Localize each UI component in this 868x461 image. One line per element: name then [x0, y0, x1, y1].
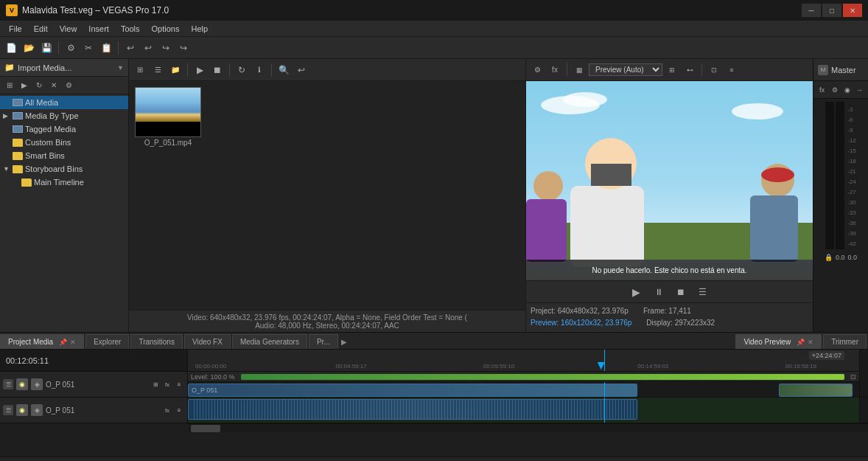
video-clip-end[interactable] [779, 384, 853, 397]
media-zoom-btn[interactable]: 🔍 [276, 62, 292, 78]
preview-more-btn[interactable]: ≡ [724, 62, 740, 78]
scale-33: -33 [847, 208, 856, 218]
menu-tools[interactable]: Tools [115, 23, 146, 35]
media-tb-btn5[interactable]: ⚙ [62, 79, 75, 92]
tree-item-main-timeline[interactable]: Main Timeline [0, 176, 128, 189]
prev-menu-btn[interactable]: ☰ [695, 284, 711, 300]
tab-trimmer[interactable]: Trimmer [823, 334, 867, 349]
preview-ext-btn[interactable]: ⊡ [706, 62, 722, 78]
preview-snap-btn[interactable]: ⊷ [682, 62, 698, 78]
redo-button[interactable]: ↪ [158, 40, 174, 56]
preview-settings-btn[interactable]: ⚙ [529, 62, 545, 78]
media-view-btn1[interactable]: ⊞ [132, 62, 148, 78]
char-left-head [533, 171, 563, 201]
master-send-btn[interactable]: → [854, 84, 865, 96]
scale-27: -27 [847, 187, 856, 198]
media-refresh-btn[interactable]: ↻ [234, 62, 250, 78]
master-fx-btn[interactable]: fx [816, 84, 827, 96]
tab-video-preview[interactable]: Video Preview 📌 ✕ [735, 334, 822, 349]
preview-grid-btn[interactable]: ⊞ [664, 62, 680, 78]
menu-insert[interactable]: Insert [83, 23, 115, 35]
media-tb-btn1[interactable]: ⊞ [3, 79, 16, 92]
cut-button[interactable]: ✂ [80, 40, 97, 56]
maximize-button[interactable]: □ [822, 4, 841, 17]
new-button[interactable]: 📄 [3, 40, 19, 56]
prev-play-btn[interactable]: ▶ [629, 284, 645, 300]
tree-item-media-by-type[interactable]: ▶ Media By Type [0, 109, 128, 122]
tab-media-generators[interactable]: Media Generators [232, 334, 307, 349]
audio-composite-btn[interactable]: ◉ [16, 404, 28, 416]
audio-more-btn[interactable]: ≡ [174, 405, 184, 415]
tree-item-tagged-media[interactable]: Tagged Media [0, 122, 128, 136]
track-scroll-right[interactable] [859, 372, 868, 397]
tree-item-smart-bins[interactable]: Smart Bins [0, 149, 128, 162]
video-level-bar[interactable] [241, 374, 844, 380]
media-view-btn2[interactable]: ☰ [150, 62, 166, 78]
audio-scroll-right[interactable] [859, 398, 868, 423]
tab-explorer[interactable]: Explorer [85, 334, 129, 349]
media-props-btn[interactable]: ℹ [251, 62, 267, 78]
video-clip-main[interactable]: O_P 051 [188, 384, 637, 397]
preview-fx-btn[interactable]: fx [547, 62, 563, 78]
open-button[interactable]: 📂 [21, 40, 37, 56]
tabs-overflow-btn[interactable]: ▶ [341, 338, 347, 346]
track-fx-btn[interactable]: ◈ [31, 378, 43, 390]
media-tb-btn3[interactable]: ↻ [32, 79, 46, 92]
tree-item-all-media[interactable]: All Media [0, 96, 128, 109]
tab-pr[interactable]: Pr... [309, 334, 338, 349]
menu-help[interactable]: Help [185, 23, 214, 35]
media-tb-btn2[interactable]: ▶ [18, 79, 31, 92]
settings-button[interactable]: ⚙ [63, 40, 79, 56]
menu-options[interactable]: Options [146, 23, 186, 35]
audio-clip-main[interactable] [188, 399, 637, 420]
tab-project-media-close[interactable]: ✕ [70, 339, 76, 346]
track-expand-btn[interactable]: ⊞ [150, 379, 161, 389]
track-more-btn[interactable]: ≡ [174, 379, 184, 389]
menu-edit[interactable]: Edit [28, 23, 54, 35]
timeline-vscroll[interactable] [859, 350, 868, 372]
prev-pause-btn[interactable]: ⏸ [651, 284, 667, 300]
audio-fx-btn[interactable]: ◈ [31, 404, 43, 416]
redo2-button[interactable]: ↪ [175, 40, 192, 56]
tree-item-custom-bins[interactable]: Custom Bins [0, 136, 128, 149]
tab-video-fx[interactable]: Video FX [184, 334, 231, 349]
tab-transitions[interactable]: Transitions [130, 334, 183, 349]
preview-area: No puede hacerlo. Este chico no está en … [526, 81, 813, 280]
audio-cursor [604, 398, 605, 423]
tab-project-media-pin[interactable]: 📌 [59, 339, 67, 346]
master-settings-btn[interactable]: ⚙ [829, 84, 840, 96]
prev-stop-btn[interactable]: ⏹ [673, 284, 689, 300]
media-undo-btn[interactable]: ↩ [293, 62, 309, 78]
audio-collapse-btn[interactable]: ☰ [3, 405, 13, 415]
transport-bar: 🎙 ↻ |◀ ▶ ⏸ ⏹ ▶| ▶| ⊹ 🔍 🔍 ✂ Rate: 0.00 ⊡ … [0, 457, 868, 461]
custom-bins-folder-icon [13, 139, 23, 147]
preview-channel-btn[interactable]: ▦ [571, 62, 587, 78]
minimize-button[interactable]: ─ [802, 4, 821, 17]
copy-button[interactable]: 📋 [98, 40, 114, 56]
undo2-button[interactable]: ↩ [140, 40, 156, 56]
lock-icon: 🔒 [825, 254, 833, 261]
close-button[interactable]: ✕ [843, 4, 862, 17]
timeline-hscroll[interactable] [188, 423, 868, 432]
track-fx2-btn[interactable]: fx [162, 379, 172, 389]
media-thumb-1[interactable]: O_P_051.mp4 [135, 87, 201, 147]
audio-expand-btn[interactable]: fx [162, 405, 172, 415]
tab-video-preview-close[interactable]: ✕ [808, 339, 813, 346]
media-play-btn[interactable]: ▶ [192, 62, 208, 78]
media-tb-btn4[interactable]: ✕ [47, 79, 60, 92]
tab-video-fx-label: Video FX [192, 338, 223, 346]
master-monitor-btn[interactable]: ◉ [841, 84, 853, 96]
media-new-bin[interactable]: 📁 [167, 62, 183, 78]
undo-button[interactable]: ↩ [122, 40, 139, 56]
track-collapse-btn[interactable]: ☰ [3, 379, 13, 389]
save-button[interactable]: 💾 [38, 40, 55, 56]
tab-project-media[interactable]: Project Media 📌 ✕ [0, 334, 84, 349]
menu-file[interactable]: File [3, 23, 28, 35]
panel-dropdown-icon[interactable]: ▼ [117, 64, 124, 72]
hscroll-thumb[interactable] [191, 425, 220, 432]
tree-item-storyboard-bins[interactable]: ▼ Storyboard Bins [0, 162, 128, 176]
preview-dropdown[interactable]: Preview (Auto) Preview (Good) Preview (D… [589, 63, 662, 76]
media-stop-btn[interactable]: ⏹ [209, 62, 225, 78]
menu-view[interactable]: View [54, 23, 83, 35]
track-composite-btn[interactable]: ◉ [16, 378, 28, 390]
